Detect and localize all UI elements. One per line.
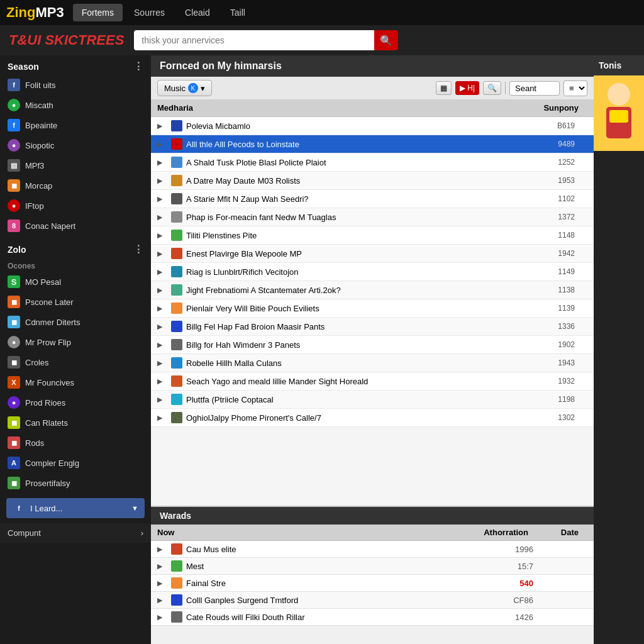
sidebar-item-mo-pesal[interactable]: S MO Pesal: [0, 272, 151, 292]
logo: ZingMP3: [6, 4, 64, 21]
table-row[interactable]: ▶ Pienlair Very Will Bitie Pouch Eviliet…: [151, 299, 594, 318]
row-play-icon: ▶: [157, 377, 167, 386]
sidebar-item-morcap[interactable]: ◼ Morcap: [0, 175, 151, 196]
featured-title: Fornced on My himnarsis: [160, 60, 282, 72]
search-input[interactable]: [134, 30, 374, 50]
sidebar-item-proser[interactable]: ◼ Prosertifalsy: [0, 473, 151, 493]
warads-row-title: Cau Mus elite: [186, 545, 454, 554]
sidebar-icon-orange2: ◼: [8, 296, 20, 308]
table-row[interactable]: ▶ Jight Frebnatiomi A Stcantemater Arti.…: [151, 281, 594, 299]
svg-point-1: [608, 83, 630, 106]
row-title: A Datre May Daute M03 Rolists: [186, 176, 527, 186]
sidebar-item-conac-label: Conac Napert: [25, 221, 75, 231]
sidebar: Season ⋮ f Folit uits ● Miscath f Bpeain…: [0, 55, 151, 644]
sidebar-item-mp3[interactable]: ▤ MPf3: [0, 155, 151, 175]
table-row[interactable]: ▶ Riag is Llunblrt/Rifich Vecitojon 1149: [151, 263, 594, 281]
sidebar-icon-gear: ●: [8, 336, 20, 348]
toolbar-grid-btn[interactable]: ▦: [436, 81, 452, 95]
table-row[interactable]: ▶ Polevia Micbamlo B619: [151, 117, 594, 135]
sidebar-item-conac[interactable]: 8 Conac Napert: [0, 216, 151, 236]
row-count: 1302: [531, 413, 575, 422]
logo-mp3: MP3: [35, 4, 64, 20]
nav-tab-cleaid[interactable]: Cleaid: [176, 4, 219, 21]
toolbar-dropdown[interactable]: ≡: [564, 80, 587, 96]
row-title: OghiolJalpy Phome Pironert's Calle/7: [186, 413, 527, 423]
row-icon: [171, 375, 182, 387]
table-row[interactable]: ▶ Billg Fel Hap Fad Broion Maasir Pants …: [151, 318, 594, 336]
table-row[interactable]: ▶ Tiliti Plenstines Pite 1148: [151, 226, 594, 245]
table-row[interactable]: ▶ Enest Plavirge Bla Wepoole MP 1942: [151, 245, 594, 263]
sidebar-icon-purple: ●: [8, 139, 20, 152]
sidebar-item-can-rlatets[interactable]: ◼ Can Rlatets: [0, 413, 151, 433]
sidebar-item-cdnmer[interactable]: ◼ Cdnmer Diterts: [0, 312, 151, 332]
search-button[interactable]: 🔍: [374, 30, 398, 50]
row-icon: [171, 175, 182, 186]
sidebar-item-miscath[interactable]: ● Miscath: [0, 95, 151, 115]
row-count: B619: [531, 121, 575, 130]
sidebar-item-mr-founcives[interactable]: X Mr Founcives: [0, 372, 151, 392]
table-row[interactable]: ▶ Phap is For-meacin fant Nedw M Tuaglas…: [151, 208, 594, 226]
sidebar-icon-gray2: ◼: [8, 356, 20, 369]
sidebar-item-mr-prow[interactable]: ● Mr Prow Flip: [0, 332, 151, 352]
sidebar-item-pscone[interactable]: ◼ Pscone Later: [0, 292, 151, 312]
table-row[interactable]: ▶ Pluttfa (Ptriicle Coptacal 1198: [151, 391, 594, 409]
table-row[interactable]: ▶ Billg for Hah Wimdenr 3 Panets 1902: [151, 336, 594, 354]
sidebar-item-mr-prow-label: Mr Prow Flip: [25, 338, 71, 347]
sidebar-item-croles[interactable]: ◼ Croles: [0, 352, 151, 372]
sidebar-section-zolo-menu[interactable]: ⋮: [133, 243, 143, 255]
warads-rows-container: ▶ Cau Mus elite 1996 ▶ Mest 15:7 ▶ Faina…: [151, 541, 594, 626]
table-row[interactable]: ▶ Alll thle Alll Pecods to Loinstate 948…: [151, 135, 594, 153]
toolbar-search-btn[interactable]: 🔍: [483, 81, 501, 95]
warads-col-attr: Athorration: [453, 528, 528, 537]
warads-row-icon: [171, 611, 182, 623]
warads-row-icon: [171, 594, 182, 606]
fb-icon: f: [13, 502, 25, 514]
row-play-icon: ▶: [157, 359, 167, 367]
row-count: 1252: [531, 158, 575, 167]
sidebar-item-prod-rioes[interactable]: ● Prod Rioes: [0, 392, 151, 413]
sidebar-item-siopotic[interactable]: ● Siopotic: [0, 135, 151, 155]
sidebar-item-bpeainte[interactable]: f Bpeainte: [0, 115, 151, 135]
warads-row[interactable]: ▶ Cate Rouds will Filki Douth Rillar 142…: [151, 609, 594, 626]
table-row[interactable]: ▶ A Starie Mfit N Zaup Wah Seedri? 1102: [151, 190, 594, 208]
warads-row[interactable]: ▶ Fainal Stre 540: [151, 575, 594, 592]
sidebar-section-season-menu[interactable]: ⋮: [133, 60, 143, 72]
sidebar-item-compler[interactable]: A Compler Englg: [0, 453, 151, 473]
sidebar-item-croles-label: Croles: [25, 358, 49, 367]
table-row[interactable]: ▶ A Shald Tusk Plotie Blasl Policte Plai…: [151, 153, 594, 172]
row-icon: [171, 266, 182, 277]
sidebar-icon-green: ●: [8, 99, 20, 111]
sidebar-icon-grid: ◼: [8, 436, 20, 449]
sidebar-item-mr-founcives-label: Mr Founcives: [25, 378, 74, 387]
music-button[interactable]: Music K ▾: [157, 80, 212, 96]
nav-tab-sourres[interactable]: Sourres: [125, 4, 174, 21]
sidebar-item-folit[interactable]: f Folit uits: [0, 75, 151, 95]
table-row[interactable]: ▶ Robelle Hillh Malla Culans 1943: [151, 354, 594, 372]
col-title-header: Medharia: [157, 103, 528, 113]
sidebar-icon-person: ◼: [8, 477, 20, 489]
warads-row[interactable]: ▶ Cau Mus elite 1996: [151, 541, 594, 558]
table-row[interactable]: ▶ Seach Yago and meald lillie Mander Sig…: [151, 372, 594, 391]
row-play-icon: ▶: [157, 268, 167, 276]
row-play-icon: ▶: [157, 414, 167, 422]
fb-connect-button[interactable]: f I Leard... ▼: [6, 498, 145, 518]
sub-header: T&UI SKICTREES 🔍: [0, 25, 644, 55]
row-title: Phap is For-meacin fant Nedw M Tuaglas: [186, 213, 527, 222]
toolbar-search-input[interactable]: [509, 81, 560, 96]
sidebar-item-iftop[interactable]: ● IFtop: [0, 196, 151, 216]
row-icon: [171, 357, 182, 369]
compunt-bar[interactable]: Compunt ›: [0, 523, 151, 543]
sidebar-icon-orange: ◼: [8, 179, 20, 192]
nav-tab-taill[interactable]: Taill: [221, 4, 254, 21]
sidebar-item-rods[interactable]: ◼ Rods: [0, 433, 151, 453]
toolbar-play-btn[interactable]: ▶ H|: [455, 81, 479, 95]
row-count: 1149: [531, 267, 575, 276]
table-row[interactable]: ▶ A Datre May Daute M03 Rolists 1953: [151, 172, 594, 190]
warads-row[interactable]: ▶ Mest 15:7: [151, 558, 594, 575]
warads-col-date: Date: [528, 528, 579, 537]
row-count: 1138: [531, 286, 575, 294]
warads-row[interactable]: ▶ Colll Ganples Surgend Tmtford CF86: [151, 592, 594, 609]
nav-tab-fortems[interactable]: Fortems: [73, 4, 123, 21]
table-row[interactable]: ▶ OghiolJalpy Phome Pironert's Calle/7 1…: [151, 409, 594, 427]
row-count: 1942: [531, 249, 575, 258]
